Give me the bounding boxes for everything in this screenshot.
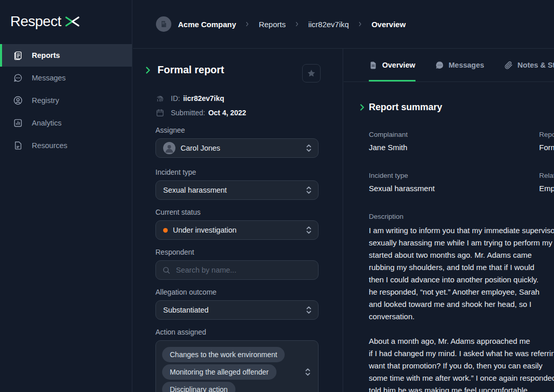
reports-icon — [12, 50, 24, 61]
report-id-value: iicr82ev7ikq — [183, 94, 224, 102]
chevron-right-icon — [357, 21, 363, 27]
current-status-value: Under investigation — [173, 226, 236, 234]
current-status-label: Current status — [155, 208, 319, 216]
status-dot-icon — [163, 228, 168, 233]
incident-type-label: Incident type — [155, 168, 319, 176]
sidebar-nav: Reports Messages Registry — [0, 44, 132, 157]
report-type-value: Formal — [539, 143, 554, 152]
relationship-value: Employee — [539, 184, 554, 193]
tab-notes-statements[interactable]: Notes & Statements — [504, 49, 554, 81]
analytics-icon — [12, 117, 24, 129]
breadcrumb-report-id[interactable]: iicr82ev7ikq — [308, 20, 349, 29]
app-logo[interactable]: Respect — [0, 0, 132, 30]
favorite-button[interactable] — [302, 64, 321, 82]
respondent-search[interactable] — [155, 260, 319, 280]
calendar-icon — [155, 108, 165, 117]
brand-x-icon — [64, 15, 81, 28]
select-caret-icon — [306, 225, 312, 235]
breadcrumb-company[interactable]: Acme Company — [178, 20, 236, 29]
report-id-label: ID: — [171, 94, 180, 102]
sidebar-item-label: Reports — [32, 51, 60, 59]
submitted-value: Oct 4, 2022 — [208, 109, 246, 117]
registry-icon — [12, 95, 24, 106]
assignee-value: Carol Jones — [181, 144, 220, 152]
chevron-right-icon — [360, 104, 365, 111]
chat-bubble-icon — [435, 60, 444, 70]
allegation-outcome-select[interactable]: Substantiated — [155, 300, 319, 320]
report-summary-title: Report summary — [369, 102, 442, 113]
document-icon — [369, 61, 378, 70]
respondent-search-input[interactable] — [176, 266, 299, 274]
report-type-label: Report type — [539, 131, 554, 138]
tab-label: Overview — [382, 61, 416, 69]
description-paragraph: About a month ago, Mr. Adams approached … — [369, 335, 554, 392]
chevron-right-icon — [294, 21, 300, 27]
breadcrumb-page[interactable]: Overview — [371, 20, 406, 29]
select-caret-icon — [306, 305, 312, 315]
sidebar-item-registry[interactable]: Registry — [0, 89, 132, 112]
breadcrumb: Acme Company Reports iicr82ev7ikq Overvi… — [133, 0, 554, 49]
sidebar-item-label: Registry — [32, 96, 59, 105]
star-icon — [307, 69, 316, 78]
tab-overview[interactable]: Overview — [369, 49, 416, 81]
incident-type-value: Sexual harassment — [163, 186, 227, 194]
assignee-select[interactable]: Carol Jones — [155, 138, 319, 158]
report-summary-heading[interactable]: Report summary — [369, 102, 442, 113]
select-caret-icon — [306, 185, 312, 195]
select-caret-icon — [305, 367, 311, 377]
messages-icon — [12, 72, 24, 84]
sidebar-item-label: Analytics — [32, 119, 62, 127]
tab-messages[interactable]: Messages — [435, 49, 484, 81]
description-paragraph: I am writing to inform you that my immed… — [369, 224, 554, 323]
sidebar-item-reports[interactable]: Reports — [0, 44, 132, 67]
detail-panel: Overview Messages Notes & Statements Rep… — [344, 49, 554, 392]
current-status-select[interactable]: Under investigation — [155, 220, 319, 240]
sidebar: Respect Reports — [0, 0, 132, 392]
breadcrumb-section[interactable]: Reports — [259, 20, 286, 29]
description-label: Description — [369, 213, 404, 220]
incident-type-summary-label: Incident type — [369, 172, 408, 179]
company-avatar — [156, 16, 171, 32]
respondent-label: Respondent — [155, 248, 319, 256]
tab-label: Notes & Statements — [518, 61, 554, 69]
report-panel: Formal report ID:iicr82ev7ikq Submitted — [133, 49, 343, 392]
sidebar-item-label: Resources — [32, 141, 67, 150]
brand-name: Respect — [10, 13, 61, 30]
chevron-right-icon — [145, 66, 151, 74]
relationship-label: Relationship — [539, 172, 554, 179]
search-icon — [162, 266, 171, 275]
incident-type-select[interactable]: Sexual harassment — [155, 180, 319, 200]
paperclip-icon — [504, 60, 513, 70]
sidebar-item-analytics[interactable]: Analytics — [0, 112, 132, 134]
report-title: Formal report — [157, 64, 224, 76]
incident-type-summary-value: Sexual harassment — [369, 184, 434, 193]
allegation-outcome-value: Substantiated — [163, 306, 209, 314]
assignee-avatar — [163, 142, 175, 154]
submitted-label: Submitted: — [171, 109, 205, 117]
sidebar-item-messages[interactable]: Messages — [0, 67, 132, 89]
resources-icon — [12, 140, 24, 151]
select-caret-icon — [306, 143, 312, 153]
sidebar-item-label: Messages — [32, 74, 66, 82]
action-assigned-label: Action assigned — [155, 328, 319, 336]
action-chip[interactable]: Disciplinary action — [162, 382, 235, 392]
action-chip[interactable]: Changes to the work environment — [162, 347, 285, 362]
report-title-row[interactable]: Formal report — [145, 64, 224, 76]
allegation-outcome-label: Allegation outcome — [155, 288, 319, 296]
complainant-value: Jane Smith — [369, 143, 407, 152]
action-chip[interactable]: Monitoring the alleged offender — [162, 364, 276, 380]
action-assigned-multiselect[interactable]: Changes to the work environment Monitori… — [155, 340, 319, 392]
tab-bar: Overview Messages Notes & Statements — [344, 49, 554, 82]
sidebar-item-resources[interactable]: Resources — [0, 134, 132, 157]
building-icon — [160, 20, 168, 28]
report-submitted-row: Submitted:Oct 4, 2022 — [155, 108, 246, 117]
assignee-label: Assignee — [155, 126, 319, 134]
report-id-row: ID:iicr82ev7ikq — [155, 94, 224, 103]
tab-label: Messages — [449, 61, 484, 69]
chevron-right-icon — [244, 21, 250, 27]
fingerprint-icon — [155, 94, 165, 103]
complainant-label: Complainant — [369, 131, 408, 138]
